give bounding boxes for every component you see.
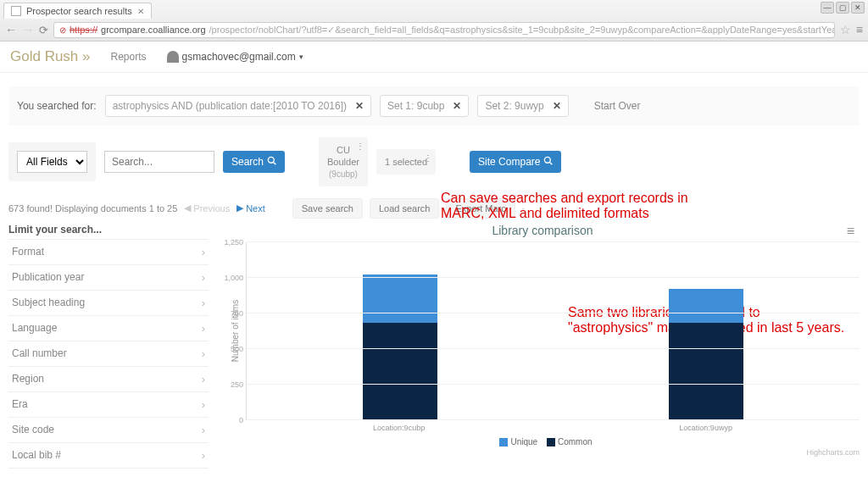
facet-label: Site code: [12, 424, 54, 435]
reload-button[interactable]: ⟳: [39, 24, 48, 36]
browser-tab[interactable]: Prospector search results ✕: [3, 3, 152, 19]
chevron-right-icon: ›: [202, 449, 205, 462]
facet-format[interactable]: Format›: [8, 239, 209, 264]
facet-label: Era: [12, 398, 28, 410]
facet-language[interactable]: Language›: [8, 315, 209, 341]
results-count: 673 found! Displaying documents 1 to 25: [8, 203, 177, 214]
facet-local-bib-[interactable]: Local bib #›: [8, 442, 209, 469]
legend-swatch-common: [547, 438, 555, 446]
window-maximize[interactable]: ▢: [836, 2, 849, 14]
set2-text: Set 2: 9uwyp: [485, 100, 543, 112]
site2-selector[interactable]: ⋮ 1 selected: [376, 149, 436, 175]
set2-pill: Set 2: 9uwyp ✕: [477, 95, 568, 117]
insecure-icon: ⊘: [59, 25, 66, 35]
chart-xlabel: Location:9cubp: [373, 424, 425, 432]
svg-point-0: [268, 157, 274, 163]
search-input[interactable]: [104, 151, 214, 173]
facet-label: Call number: [12, 347, 67, 359]
chevron-right-icon: ›: [202, 373, 205, 385]
chart-tick: 1,000: [247, 277, 860, 278]
chart-tick: 250: [247, 384, 860, 385]
site1-sub: (9cubp): [327, 169, 359, 180]
start-over-link[interactable]: Start Over: [594, 100, 641, 112]
legend-label: Common: [558, 437, 593, 446]
user-menu[interactable]: gsmachovec@gmail.com ▾: [167, 51, 303, 63]
chevron-right-icon: ›: [202, 347, 205, 360]
caret-down-icon: ▾: [299, 53, 303, 61]
reports-link[interactable]: Reports: [111, 51, 147, 63]
set1-text: Set 1: 9cubp: [387, 100, 444, 112]
chart-tick: 1,250: [247, 241, 860, 242]
query-pill-text: astrophysics AND (publication date:[2010…: [113, 100, 347, 112]
window-minimize[interactable]: —: [821, 2, 834, 14]
user-email: gsmachovec@gmail.com: [182, 51, 296, 63]
chart-menu-icon[interactable]: ≡: [847, 224, 854, 239]
chevron-right-icon: ›: [202, 297, 205, 309]
chart-title: Library comparison: [225, 224, 860, 237]
remove-query-icon[interactable]: ✕: [355, 100, 364, 112]
svg-line-3: [550, 162, 553, 164]
load-search-button[interactable]: Load search: [370, 198, 440, 219]
url-prefix: https://: [70, 25, 97, 35]
chevron-right-icon: ›: [202, 271, 205, 284]
page-icon: [11, 6, 21, 16]
bookmark-icon[interactable]: ☆: [840, 23, 851, 36]
window-close[interactable]: ✕: [851, 2, 865, 14]
chevron-right-icon: ›: [202, 424, 205, 436]
svg-line-1: [274, 162, 276, 164]
query-pill: astrophysics AND (publication date:[2010…: [105, 95, 371, 117]
chart-legend: Unique Common: [225, 437, 860, 446]
site1-line1: CU: [327, 144, 359, 156]
site-compare-label: Site Compare: [478, 156, 540, 168]
facet-publication-year[interactable]: Publication year›: [8, 264, 209, 290]
facet-call-number[interactable]: Call number›: [8, 341, 209, 366]
chart-credit: Highcharts.com: [225, 448, 860, 457]
summary-prefix: You searched for:: [17, 100, 97, 112]
avatar-icon: [167, 51, 179, 63]
svg-point-2: [545, 157, 551, 163]
search-button[interactable]: Search: [223, 151, 285, 173]
search-summary: You searched for: astrophysics AND (publ…: [8, 86, 860, 125]
remove-set1-icon[interactable]: ✕: [453, 100, 461, 112]
site-compare-button[interactable]: Site Compare: [470, 151, 561, 173]
back-button[interactable]: ←: [5, 23, 17, 36]
prev-page: ◀ Previous: [184, 202, 230, 214]
facet-subject-heading[interactable]: Subject heading›: [8, 290, 209, 315]
search-icon: [543, 156, 553, 168]
site2-text: 1 selected: [385, 156, 427, 168]
legend-label: Unique: [510, 437, 537, 446]
facets-heading: Limit your search...: [8, 224, 209, 236]
chart-tick: 500: [247, 348, 860, 349]
address-bar[interactable]: ⊘ https://grcompare.coalliance.org/prosp…: [53, 22, 835, 38]
facet-label: Publication year: [12, 271, 84, 283]
handle-icon: ⋮: [356, 141, 364, 152]
field-select[interactable]: All Fields: [17, 151, 87, 173]
facet-label: Local bib #: [12, 449, 61, 461]
facet-era[interactable]: Era›: [8, 391, 209, 417]
search-button-label: Search: [231, 156, 264, 168]
chart-tick: 750: [247, 313, 860, 313]
site1-line2: Boulder: [327, 156, 359, 168]
set1-pill: Set 1: 9cubp ✕: [380, 95, 469, 117]
tab-close-icon[interactable]: ✕: [137, 7, 144, 16]
remove-set2-icon[interactable]: ✕: [553, 100, 561, 112]
facet-label: Format: [12, 246, 44, 258]
handle-icon: ⋮: [424, 152, 432, 164]
chevron-right-icon: ›: [202, 398, 205, 411]
search-icon: [267, 156, 276, 168]
chart-xlabel: Location:9uwyp: [679, 424, 732, 432]
browser-menu-icon[interactable]: ≡: [856, 23, 863, 36]
forward-button: →: [22, 23, 34, 36]
site1-selector[interactable]: ⋮ CU Boulder (9cubp): [319, 137, 368, 186]
facet-label: Subject heading: [12, 297, 85, 308]
annotation: Can save searches and export records in …: [441, 191, 712, 221]
save-search-button[interactable]: Save search: [292, 198, 363, 219]
chart-bar: [669, 289, 743, 420]
facet-region[interactable]: Region›: [8, 366, 209, 391]
chart-tick: 0: [247, 419, 860, 420]
next-page[interactable]: ▶ Next: [236, 202, 265, 214]
url-path: /prospector/noblChart/?utf8=✓&search_fie…: [209, 25, 835, 36]
tab-title: Prospector search results: [26, 6, 132, 16]
brand[interactable]: Gold Rush »: [10, 48, 91, 65]
facet-site-code[interactable]: Site code›: [8, 417, 209, 442]
